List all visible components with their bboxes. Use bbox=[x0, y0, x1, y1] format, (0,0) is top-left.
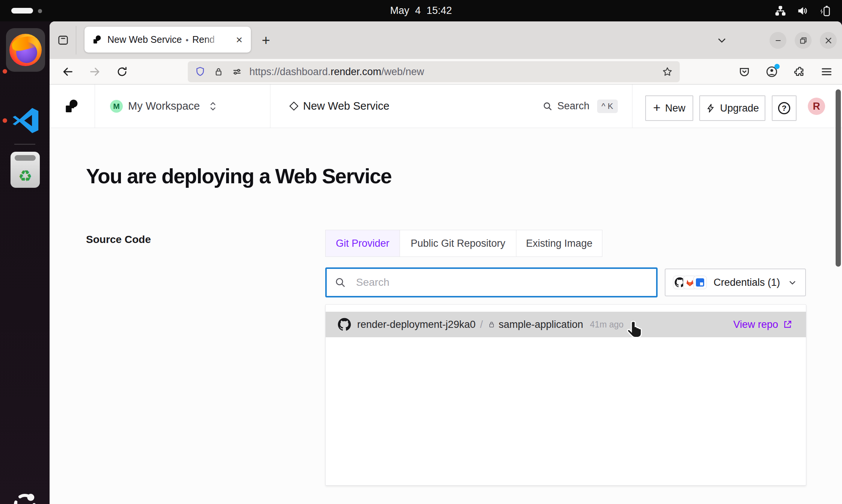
upgrade-button-label: Upgrade bbox=[720, 103, 759, 114]
tab-existing-image[interactable]: Existing Image bbox=[516, 230, 602, 257]
back-icon bbox=[61, 65, 74, 78]
forward-button[interactable] bbox=[85, 62, 105, 81]
help-button[interactable]: ? bbox=[772, 95, 797, 121]
permissions-sliders-icon bbox=[231, 66, 243, 77]
bitbucket-chip bbox=[693, 276, 707, 289]
restore-icon bbox=[799, 36, 807, 45]
repo-search bbox=[325, 267, 658, 297]
dock-divider bbox=[14, 144, 35, 145]
dock-item-firefox[interactable] bbox=[6, 28, 45, 72]
bookmark-star-icon[interactable] bbox=[662, 66, 673, 77]
workspace-switcher[interactable]: M My Workspace bbox=[110, 85, 218, 128]
extensions-puzzle-icon[interactable] bbox=[793, 66, 805, 78]
render-logo[interactable] bbox=[64, 85, 80, 128]
tab-strip: New Web Service•Rend × + bbox=[50, 21, 842, 59]
close-icon bbox=[824, 36, 833, 45]
page-title-group: New Web Service bbox=[291, 85, 389, 128]
source-type-tabs: Git Provider Public Git Repository Exist… bbox=[325, 230, 602, 257]
app-header: M My Workspace New Web Service Search ^ … bbox=[50, 85, 842, 128]
page-title: New Web Service bbox=[303, 100, 389, 112]
repo-row[interactable]: render-deployment-j29ka0 / sample-applic… bbox=[326, 312, 806, 337]
vscode-running-dot bbox=[3, 118, 7, 123]
workspace-name: My Workspace bbox=[128, 100, 200, 112]
source-code-label: Source Code bbox=[86, 234, 151, 246]
chevron-down-icon bbox=[716, 35, 727, 46]
system-top-bar: May 4 15:42 bbox=[0, 0, 842, 21]
bolt-icon bbox=[706, 103, 715, 113]
minimize-icon bbox=[774, 36, 782, 45]
reload-icon bbox=[116, 66, 128, 78]
account-notification-dot bbox=[774, 64, 780, 69]
view-repo-link[interactable]: View repo bbox=[733, 319, 792, 330]
bitbucket-icon bbox=[696, 278, 704, 287]
page-scrollbar-thumb[interactable] bbox=[836, 89, 841, 267]
new-button-label: New bbox=[665, 103, 685, 114]
dock: ♻ bbox=[0, 21, 50, 504]
tab-close-button[interactable]: × bbox=[233, 33, 246, 46]
render-favicon bbox=[92, 35, 102, 45]
help-icon: ? bbox=[776, 100, 792, 116]
pocket-icon[interactable] bbox=[738, 66, 750, 78]
user-avatar[interactable]: R bbox=[808, 98, 825, 115]
forward-icon bbox=[89, 65, 101, 78]
firefox-view-button[interactable] bbox=[55, 32, 71, 48]
navigation-toolbar: https://dashboard.render.com/web/new bbox=[50, 59, 842, 85]
network-tree-icon bbox=[774, 5, 786, 17]
system-tray[interactable] bbox=[774, 0, 831, 21]
screen: May 4 15:42 bbox=[0, 0, 842, 504]
external-link-icon bbox=[783, 320, 792, 329]
dock-item-vscode[interactable] bbox=[10, 103, 41, 138]
list-all-tabs-button[interactable] bbox=[713, 31, 731, 49]
search-icon bbox=[334, 276, 346, 288]
github-icon bbox=[338, 318, 351, 331]
header-divider-3 bbox=[632, 85, 632, 128]
tab-strip-separator bbox=[76, 26, 76, 54]
tab-public-git-repository[interactable]: Public Git Repository bbox=[400, 230, 516, 257]
repo-updated-time: 41m ago bbox=[590, 320, 624, 330]
dock-item-show-apps[interactable] bbox=[10, 489, 40, 504]
system-clock[interactable]: May 4 15:42 bbox=[0, 0, 842, 21]
volume-icon bbox=[796, 5, 809, 17]
tab-title: New Web Service•Rend bbox=[107, 34, 225, 45]
header-divider-1 bbox=[95, 85, 95, 128]
upgrade-button[interactable]: Upgrade bbox=[699, 95, 765, 121]
menu-hamburger-icon[interactable] bbox=[820, 65, 833, 78]
credentials-dropdown[interactable]: Credentials (1) bbox=[665, 269, 806, 296]
svg-text:?: ? bbox=[782, 104, 787, 112]
battery-charging-icon bbox=[819, 5, 831, 17]
account-button[interactable] bbox=[765, 65, 778, 78]
search-shortcut-badge: ^ K bbox=[597, 100, 618, 113]
window-restore-button[interactable] bbox=[795, 32, 812, 49]
window-minimize-button[interactable] bbox=[770, 32, 786, 49]
global-search-button[interactable]: Search ^ K bbox=[542, 85, 618, 128]
url-bar[interactable]: https://dashboard.render.com/web/new bbox=[188, 61, 680, 82]
render-logo-icon bbox=[64, 98, 80, 114]
tracking-shield-icon bbox=[195, 66, 206, 77]
browser-tab-active[interactable]: New Web Service•Rend × bbox=[85, 27, 251, 53]
repo-name: sample-application bbox=[499, 319, 583, 330]
trash-lid bbox=[15, 155, 36, 161]
page-heading: You are deploying a Web Service bbox=[86, 164, 391, 188]
ubuntu-logo-icon bbox=[11, 490, 39, 504]
firefox-view-icon bbox=[57, 34, 69, 47]
url-text: https://dashboard.render.com/web/new bbox=[249, 66, 424, 78]
firefox-icon bbox=[9, 34, 42, 66]
vscode-icon bbox=[10, 105, 41, 136]
window-close-button[interactable] bbox=[820, 32, 837, 49]
search-icon bbox=[542, 101, 553, 112]
new-tab-button[interactable]: + bbox=[257, 31, 275, 49]
firefox-window: New Web Service•Rend × + bbox=[50, 21, 842, 504]
lock-icon bbox=[213, 66, 224, 77]
dock-item-trash[interactable]: ♻ bbox=[11, 152, 40, 188]
plus-icon: + bbox=[653, 100, 661, 115]
repo-search-input[interactable] bbox=[325, 267, 658, 297]
back-button[interactable] bbox=[58, 62, 77, 81]
tab-git-provider[interactable]: Git Provider bbox=[326, 230, 400, 257]
chevron-down-icon bbox=[787, 277, 798, 288]
new-button[interactable]: + New bbox=[645, 95, 693, 121]
toolbar-right-icons bbox=[738, 62, 833, 81]
view-repo-label: View repo bbox=[733, 319, 778, 330]
reload-button[interactable] bbox=[112, 62, 132, 81]
recycle-icon: ♻ bbox=[18, 168, 32, 184]
page-content: You are deploying a Web Service Source C… bbox=[50, 128, 842, 504]
